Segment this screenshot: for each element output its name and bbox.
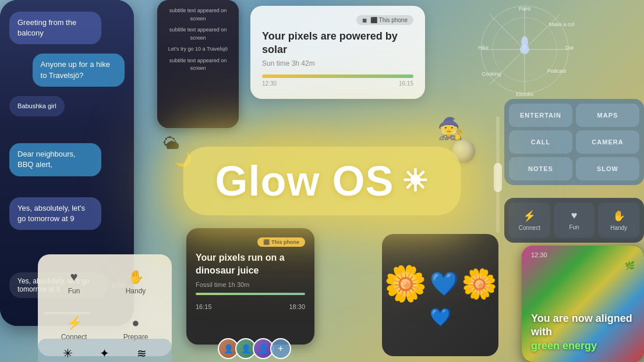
svg-line-6 [490, 15, 525, 49]
small-action-fun[interactable]: ♥ Fun [554, 203, 595, 238]
scroll-track [496, 116, 500, 233]
action-notes[interactable]: NOTES [509, 157, 572, 180]
svg-line-8 [490, 49, 525, 84]
action-slow[interactable]: SLOW [576, 157, 639, 180]
wheel-svg: Paint Make a coffee Dance Podcast Ebooks… [475, 0, 574, 99]
connect-label: Connect [519, 225, 540, 231]
quick-actions-grid: ENTERTAIN MAPS CALL CAMERA NOTES SLOW [504, 99, 644, 185]
svg-point-10 [521, 36, 528, 48]
small-actions-grid: ⚡ Connect ♥ Fun ✋ Handy [504, 198, 644, 243]
scroll-thumb[interactable] [494, 163, 502, 192]
dino-widget: ⬛ This phone Your pixels run on a dinosa… [186, 228, 314, 345]
chat-message-2: Anyone up for a hike to Travelsjö? [33, 54, 125, 86]
wheel-widget: Paint Make a coffee Dance Podcast Ebooks… [475, 0, 574, 99]
svg-text:Make a coffee: Make a coffee [549, 22, 574, 27]
fun-cell-label: Fun [68, 287, 80, 295]
weather-icon-2: ✦ [100, 346, 109, 360]
blue-flower: 💙 [430, 270, 459, 297]
small-action-handy[interactable]: ✋ Handy [598, 203, 639, 238]
weather-bar: ✳ ✦ ≋ [38, 339, 172, 362]
flower-3: 💙 [430, 307, 451, 327]
weather-icon-1: ✳ [63, 346, 73, 360]
green-leaf-icon: 🌿 [625, 261, 635, 270]
flowers-display: 🌼 💙 🌼 💙 [382, 263, 498, 327]
action-entertain[interactable]: ENTERTAIN [509, 104, 572, 127]
solar-time-start: 12:30 [262, 80, 277, 87]
action-camera[interactable]: CAMERA [576, 130, 639, 154]
action-maps[interactable]: MAPS [576, 104, 639, 127]
solar-subtitle: Sun time 3h 42m [262, 59, 413, 68]
main-title: Glow OS ☀ [215, 157, 429, 205]
dino-badge: ⬛ This phone [257, 237, 305, 247]
glow-title-background: Glow OS ☀ [183, 147, 461, 215]
notification-2: subtitle text appeared on screen [164, 26, 232, 42]
green-energy-phone: 12:30 🌿 You are now aligned with green e… [522, 246, 644, 362]
notification-3: Let's try go 10 a Travelsjö [164, 45, 232, 54]
chat-message-1: Greeting from the balcony [9, 12, 101, 44]
svg-text:Dance: Dance [565, 45, 574, 51]
witch-character: 🧙 [437, 116, 463, 141]
action-call[interactable]: CALL [509, 130, 572, 154]
widget-cell-fun: ♥ Fun [46, 262, 102, 303]
svg-text:Hike: Hike [478, 45, 489, 51]
svg-text:Paint: Paint [519, 6, 531, 12]
avatar-row: 👤 👤 👤 + [221, 338, 291, 359]
solar-title: Your pixels are powered by solar [262, 30, 413, 57]
fun-icon: ♥ [571, 210, 578, 222]
prepare-cell-icon: ● [132, 315, 139, 331]
handy-label: Handy [610, 225, 627, 231]
notification-1: subtitle text appeared on screen [164, 7, 232, 23]
dino-time-start: 16:15 [196, 303, 212, 310]
connect-icon: ⚡ [523, 210, 536, 222]
solar-widget: ◼ ⬛ This phone Your pixels are powered b… [250, 6, 425, 99]
center-dark-phone: subtitle text appeared on screen subtitl… [157, 0, 239, 128]
weather-icon-3: ≋ [137, 346, 147, 360]
dino-time-end: 18:30 [289, 303, 305, 310]
widget-cell-handy: ✋ Handy [108, 262, 164, 303]
main-title-container: Glow OS ☀ [183, 147, 461, 215]
cloud-decoration: 🌥 [163, 134, 179, 153]
connect-cell-icon: ⚡ [66, 315, 82, 331]
handy-cell-icon: ✋ [128, 269, 144, 285]
chat-message-4: Dear neighbours, BBQ alert, [9, 143, 101, 176]
svg-text:Ebooks: Ebooks [516, 91, 534, 97]
green-energy-text-block: You are now aligned with green energy [531, 312, 635, 353]
fun-cell-icon: ♥ [70, 269, 77, 285]
flower-2: 🌼 [461, 267, 497, 301]
green-energy-time: 12:30 [531, 251, 547, 258]
solar-bar: 12:30 16:15 [262, 74, 413, 87]
small-action-connect[interactable]: ⚡ Connect [509, 203, 550, 238]
dino-bar [196, 293, 305, 295]
handy-cell-label: Handy [126, 287, 146, 295]
svg-text:Podcast: Podcast [547, 68, 567, 74]
flowers-widget: 🌼 💙 🌼 💙 [382, 234, 498, 356]
handy-icon: ✋ [613, 210, 625, 222]
avatar-add-button[interactable]: + [270, 338, 291, 359]
title-text: Glow OS [215, 157, 394, 205]
chat-message-5: Yes, absolutely, let's go tomorrow at 9 [9, 197, 101, 230]
green-energy-main-text: You are now aligned with green energy [531, 312, 635, 353]
svg-text:Cooking: Cooking [482, 71, 501, 77]
sun-icon: ☀ [401, 164, 429, 198]
this-phone-badge: ◼ ⬛ This phone [356, 15, 413, 25]
dino-subtitle: Fossil time 1h 30m [196, 281, 305, 288]
fun-label: Fun [569, 224, 579, 230]
svg-line-7 [525, 15, 560, 49]
green-energy-highlight: green energy [531, 340, 597, 352]
notification-4: subtitle text appeared on screen [164, 57, 232, 73]
dino-title: Your pixels run on a dinosaur juice [196, 251, 305, 278]
yellow-flower: 🌼 [384, 263, 427, 304]
solar-header: ◼ ⬛ This phone [262, 15, 413, 25]
solar-time-end: 16:15 [399, 80, 413, 87]
chat-message-3: Babushka girl [9, 96, 65, 116]
